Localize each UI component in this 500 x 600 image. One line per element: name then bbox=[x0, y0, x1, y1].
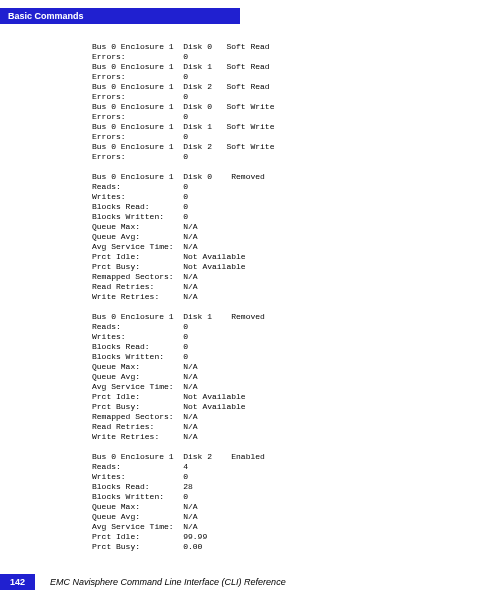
footer-title: EMC Navisphere Command Line Interface (C… bbox=[50, 577, 286, 587]
section-header: Basic Commands bbox=[0, 8, 240, 24]
page-footer: 142 EMC Navisphere Command Line Interfac… bbox=[0, 574, 286, 590]
section-title: Basic Commands bbox=[8, 11, 84, 21]
cli-output: Bus 0 Enclosure 1 Disk 0 Soft Read Error… bbox=[0, 24, 500, 562]
page-number: 142 bbox=[0, 574, 35, 590]
